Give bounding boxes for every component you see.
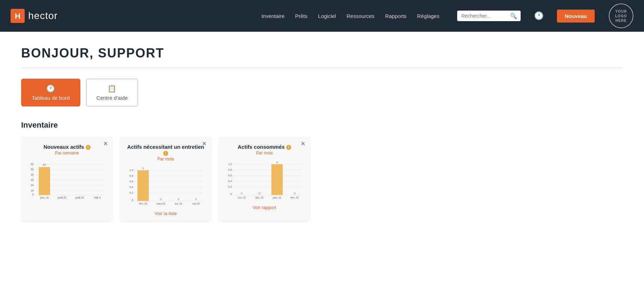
help-icon: 📋 bbox=[108, 84, 116, 93]
nav-reglages[interactable]: Réglages bbox=[417, 13, 439, 19]
chart-svg-nouveaux-actifs: 60 50 40 30 20 10 0 bbox=[28, 159, 106, 201]
main-nav: Inventaire Prêts Logiciel Ressources Rap… bbox=[261, 4, 633, 28]
divider bbox=[21, 68, 623, 68]
info-icon-actifs-consommes[interactable]: i bbox=[286, 145, 291, 150]
brand-name: hector bbox=[28, 10, 58, 22]
search-icon[interactable]: 🔍 bbox=[510, 13, 517, 19]
svg-text:10: 10 bbox=[31, 189, 34, 192]
search-container: 🔍 bbox=[457, 11, 521, 21]
svg-text:H: H bbox=[15, 12, 20, 20]
svg-text:0.8: 0.8 bbox=[129, 174, 134, 177]
svg-text:0: 0 bbox=[178, 198, 179, 201]
svg-text:0: 0 bbox=[231, 192, 232, 196]
svg-text:janv. 23: janv. 23 bbox=[57, 196, 66, 199]
bar-janv16 bbox=[39, 167, 50, 195]
svg-text:0.6: 0.6 bbox=[129, 180, 134, 183]
history-icon: 🕐 bbox=[534, 11, 544, 20]
chart-actifs-consommes: 1.0 0.8 0.6 0.4 0.2 0 bbox=[226, 159, 303, 201]
brand-logo[interactable]: H hector bbox=[11, 9, 58, 23]
card-close-actifs-entretien[interactable]: ✕ bbox=[202, 140, 207, 147]
svg-text:0.8: 0.8 bbox=[228, 168, 232, 171]
svg-text:0.4: 0.4 bbox=[129, 185, 134, 189]
svg-text:mars 23: mars 23 bbox=[156, 202, 165, 205]
new-button[interactable]: Nouveau bbox=[557, 10, 595, 23]
company-logo-placeholder: YOUR LOGO HERE bbox=[609, 4, 633, 28]
svg-text:0.4: 0.4 bbox=[228, 179, 232, 183]
svg-text:0: 0 bbox=[160, 198, 161, 201]
card-link-actifs-consommes[interactable]: Voir rapport bbox=[226, 205, 303, 210]
chart-svg-actifs-entretien: 1.0 0.8 0.6 0.4 0.2 0 1 bbox=[127, 165, 204, 207]
history-button[interactable]: 🕐 bbox=[534, 11, 544, 20]
svg-text:févr. 6: févr. 6 bbox=[94, 196, 100, 199]
svg-text:févr. 23: févr. 23 bbox=[291, 196, 299, 199]
dashboard-tabs: 🕐 Tableau de bord 📋 Centre d'aide bbox=[21, 79, 623, 106]
hector-logo-icon: H bbox=[11, 9, 25, 23]
svg-text:1.0: 1.0 bbox=[129, 169, 134, 172]
svg-text:0: 0 bbox=[294, 192, 295, 195]
svg-text:janv. 30: janv. 30 bbox=[75, 196, 84, 199]
svg-text:0: 0 bbox=[195, 198, 197, 201]
svg-text:1.0: 1.0 bbox=[228, 163, 232, 166]
svg-rect-39 bbox=[137, 170, 149, 201]
svg-text:0.6: 0.6 bbox=[228, 174, 232, 177]
nav-logiciel[interactable]: Logiciel bbox=[318, 13, 336, 19]
greeting-heading: BONJOUR, SUPPORT bbox=[21, 46, 623, 61]
chart-actifs-entretien: 1.0 0.8 0.6 0.4 0.2 0 1 bbox=[127, 165, 204, 207]
chart-nouveaux-actifs: 60 50 40 30 20 10 0 bbox=[28, 159, 106, 201]
nav-ressources[interactable]: Ressources bbox=[346, 13, 374, 19]
svg-text:janv. 16: janv. 16 bbox=[40, 196, 49, 199]
svg-text:0: 0 bbox=[241, 192, 243, 195]
svg-text:1: 1 bbox=[142, 167, 144, 170]
cards-grid: ✕ Nouveaux actifs i Par semaine 60 50 40… bbox=[21, 137, 623, 222]
nav-rapports[interactable]: Rapports bbox=[385, 13, 406, 19]
card-close-actifs-consommes[interactable]: ✕ bbox=[301, 140, 305, 147]
svg-text:0: 0 bbox=[259, 192, 260, 195]
nav-inventaire[interactable]: Inventaire bbox=[261, 13, 284, 19]
inventaire-section-title: Inventaire bbox=[21, 121, 623, 130]
svg-text:57: 57 bbox=[43, 163, 46, 166]
tab-centre-daide[interactable]: 📋 Centre d'aide bbox=[86, 79, 139, 106]
card-actifs-entretien: ✕ Actifs nécessitant un entretien i Par … bbox=[120, 137, 211, 222]
nav-prets[interactable]: Prêts bbox=[295, 13, 307, 19]
chart-svg-actifs-consommes: 1.0 0.8 0.6 0.4 0.2 0 bbox=[226, 159, 303, 201]
svg-text:avr. 23: avr. 23 bbox=[174, 202, 182, 205]
card-actifs-consommes: ✕ Actifs consommés i Par mois 1.0 0.8 0.… bbox=[219, 137, 310, 222]
svg-text:1: 1 bbox=[276, 161, 278, 164]
card-title-nouveaux-actifs: Nouveaux actifs i bbox=[28, 144, 106, 150]
svg-text:20: 20 bbox=[31, 184, 34, 187]
tab-tableau-de-bord-label: Tableau de bord bbox=[32, 95, 70, 101]
svg-text:60: 60 bbox=[31, 163, 34, 166]
tab-centre-daide-label: Centre d'aide bbox=[97, 95, 128, 101]
card-close-nouveaux-actifs[interactable]: ✕ bbox=[103, 140, 108, 147]
dashboard-icon: 🕐 bbox=[46, 84, 55, 93]
svg-text:mai 23: mai 23 bbox=[192, 202, 200, 205]
card-subtitle-actifs-consommes: Par mois bbox=[226, 151, 303, 155]
main-content: BONJOUR, SUPPORT 🕐 Tableau de bord 📋 Cen… bbox=[0, 32, 644, 236]
svg-text:déc. 22: déc. 22 bbox=[256, 196, 264, 199]
card-title-actifs-entretien: Actifs nécessitant un entretien i bbox=[127, 144, 204, 156]
navbar: H hector Inventaire Prêts Logiciel Resso… bbox=[0, 0, 644, 32]
svg-text:30: 30 bbox=[31, 178, 34, 182]
svg-text:0.2: 0.2 bbox=[129, 191, 134, 194]
svg-text:0: 0 bbox=[132, 198, 134, 202]
svg-rect-65 bbox=[271, 164, 283, 195]
card-subtitle-nouveaux-actifs: Par semaine bbox=[28, 151, 106, 155]
svg-text:nov. 22: nov. 22 bbox=[238, 196, 246, 199]
card-subtitle-actifs-entretien: Par mois bbox=[127, 157, 204, 161]
svg-text:40: 40 bbox=[31, 173, 34, 176]
info-icon-nouveaux-actifs[interactable]: i bbox=[86, 145, 91, 150]
svg-text:0: 0 bbox=[32, 193, 34, 196]
svg-text:janv. 23: janv. 23 bbox=[272, 196, 281, 199]
card-title-actifs-consommes: Actifs consommés i bbox=[226, 144, 303, 150]
info-icon-actifs-entretien[interactable]: i bbox=[163, 151, 168, 156]
svg-text:0.2: 0.2 bbox=[228, 185, 232, 188]
card-nouveaux-actifs: ✕ Nouveaux actifs i Par semaine 60 50 40… bbox=[21, 137, 113, 222]
svg-text:50: 50 bbox=[31, 168, 34, 171]
svg-text:févr. 23: févr. 23 bbox=[139, 202, 147, 205]
card-link-actifs-entretien[interactable]: Voir la liste bbox=[127, 211, 204, 216]
tab-tableau-de-bord[interactable]: 🕐 Tableau de bord bbox=[21, 79, 80, 106]
